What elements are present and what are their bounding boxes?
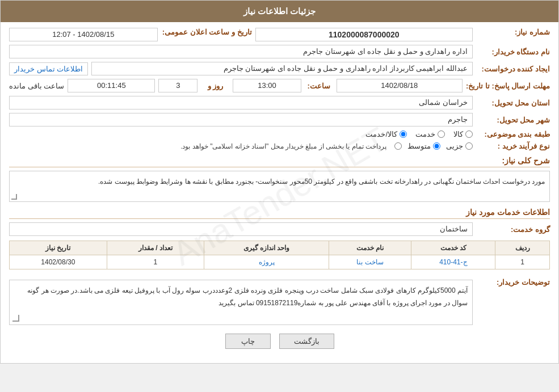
radio-other[interactable] (392, 142, 402, 150)
radio-kala-khedmat-input[interactable] (400, 130, 407, 138)
col-service-code: کد خدمت (411, 241, 495, 255)
radio-kala-khedmat[interactable]: کالا/خدمت (365, 130, 407, 138)
footer-buttons: بازگشت چاپ (9, 334, 550, 349)
page-title: جزئیات اطلاعات نیاز (1, 1, 558, 22)
notes-resize-handle[interactable] (12, 315, 19, 322)
radio-kala-label: کالا (453, 130, 463, 138)
col-service-name: نام خدمت (329, 241, 411, 255)
radio-khedmat[interactable]: خدمت (415, 130, 445, 138)
label-remaining: ساعت باقی مانده (9, 82, 64, 90)
buyer-org: اداره راهداری و حمل و نقل جاده ای شهرستا… (9, 45, 473, 58)
cell-unit[interactable]: پروژه (204, 255, 329, 269)
process-note: پرداخت تمام یا بخشی از مبلغ خریدار محل "… (180, 142, 386, 150)
col-quantity: تعداد / مقدار (107, 241, 204, 255)
label-time: ساعت: (305, 82, 333, 90)
radio-jozei[interactable]: جزیی (446, 142, 473, 150)
announce-date: 1402/08/15 - 12:07 (9, 28, 158, 41)
service-group-value: ساختمان (9, 222, 473, 236)
city-value: جاجرم (9, 113, 473, 127)
label-city: شهر محل تحویل: (476, 116, 550, 124)
label-buyer-notes: توضیحات خریدار: (476, 275, 550, 286)
process-type-group: جزیی متوسط پرداخت تمام یا بخشی از مبلغ خ… (180, 142, 473, 150)
table-row: 1 ج-41-410 ساخت بنا پروژه 1 1402/08/30 (10, 255, 550, 269)
cell-service-name[interactable]: ساخت بنا (329, 255, 411, 269)
label-province: استان محل تحویل: (476, 99, 550, 107)
buyer-notes-content: آیتم 5000کیلوگرم کارهای فولادی سبک شامل … (27, 286, 468, 307)
label-day: روز و (201, 82, 229, 90)
creator-name: عبدالله ابراهیمی کاربرداز اداره راهداری … (91, 62, 473, 75)
col-need-date: تاریخ نیاز (10, 241, 107, 255)
remaining-time: 00:11:45 (68, 79, 155, 92)
label-service-group: گروه خدمت: (476, 225, 550, 234)
category-radio-group: کالا خدمت کالا/خدمت (365, 130, 473, 138)
need-description-title: شرح کلی نیاز: (9, 156, 550, 167)
radio-other-input[interactable] (394, 142, 402, 150)
label-process-type: نوع فرآیند خرید : (476, 142, 550, 150)
send-date: 1402/08/18 (337, 79, 463, 92)
radio-motavaset-input[interactable] (433, 142, 440, 150)
creator-contact-link[interactable]: اطلاعات تماس خریدار (9, 62, 88, 75)
resize-handle[interactable] (11, 194, 17, 200)
radio-kala-khedmat-label: کالا/خدمت (365, 130, 397, 138)
services-title: اطلاعات خدمات مورد نیاز (9, 208, 550, 219)
radio-jozei-label: جزیی (446, 142, 463, 150)
radio-motavaset[interactable]: متوسط (407, 142, 440, 150)
label-announce-date: تاریخ و ساعت اعلان عمومی: (161, 28, 252, 41)
col-row-number: ردیف (495, 241, 550, 255)
send-time: 13:00 (233, 79, 301, 92)
need-description-text: مورد درخواست احداث ساختمان نگهبانی در را… (98, 178, 545, 186)
cell-service-code[interactable]: ج-41-410 (411, 255, 495, 269)
radio-kala[interactable]: کالا (453, 130, 473, 138)
radio-jozei-input[interactable] (465, 142, 473, 150)
radio-motavaset-label: متوسط (407, 142, 431, 150)
radio-khedmat-label: خدمت (415, 130, 435, 138)
col-unit: واحد اندازه گیری (204, 241, 329, 255)
label-need-number: شماره نیاز: (476, 28, 550, 41)
buyer-notes-text: آیتم 5000کیلوگرم کارهای فولادی سبک شامل … (9, 280, 473, 325)
cell-row-number: 1 (495, 255, 550, 269)
cell-need-date: 1402/08/30 (10, 255, 107, 269)
services-table: ردیف کد خدمت نام خدمت واحد اندازه گیری ت… (9, 241, 550, 269)
cell-quantity: 1 (107, 255, 204, 269)
label-buyer-org: نام دستگاه خریدار: (476, 48, 550, 56)
back-button[interactable]: بازگشت (279, 334, 334, 349)
print-button[interactable]: چاپ (225, 334, 271, 349)
radio-khedmat-input[interactable] (438, 130, 445, 138)
days-value: 3 (158, 79, 197, 92)
label-creator: ایجاد کننده درخواست: (476, 65, 550, 73)
need-number: 1102000087000020 (255, 28, 473, 41)
label-send-date: مهلت ارسال پاسخ: تا تاریخ: (466, 82, 550, 90)
province-value: خراسان شمالی (9, 96, 473, 109)
label-category: طبقه بندی موضوعی: (476, 130, 550, 138)
radio-kala-input[interactable] (465, 130, 473, 138)
